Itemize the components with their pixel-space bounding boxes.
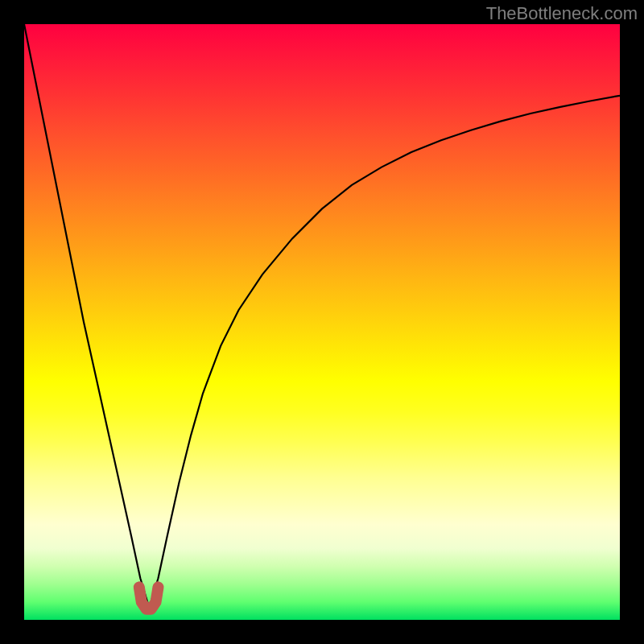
minimum-marker — [139, 587, 159, 609]
curve-layer — [24, 24, 620, 620]
bottleneck-curve — [24, 24, 620, 608]
plot-area — [24, 24, 620, 620]
chart-frame: TheBottleneck.com — [0, 0, 644, 644]
watermark: TheBottleneck.com — [486, 3, 638, 24]
